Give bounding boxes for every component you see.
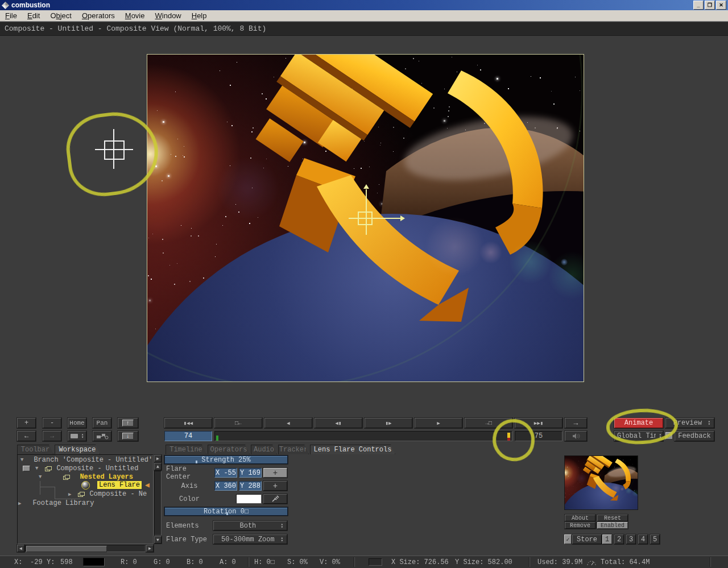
tree-scroll-up-button[interactable]: ▲ [154, 463, 162, 470]
step-forward-button[interactable]: ▮▶ [365, 418, 412, 428]
layer-visibility-icon[interactable] [23, 466, 30, 471]
expand-triangle-icon[interactable]: ▼ [39, 474, 42, 480]
reverse-to-start-button[interactable]: □← [214, 418, 262, 428]
tree-row[interactable]: ▼ Nested Layers [39, 473, 133, 481]
store-slot-4[interactable]: 4 [638, 534, 648, 544]
store-button[interactable]: Store [572, 534, 602, 544]
axis-pick-button[interactable]: + [263, 481, 287, 491]
tab-workspace[interactable]: Workspace [55, 445, 100, 454]
dropdown-arrows-icon: ▴▾ [708, 420, 710, 426]
axis-y-field[interactable]: Y 288 [239, 481, 262, 491]
flare-center-x-field[interactable]: X -55 [214, 468, 237, 478]
elements-dropdown[interactable]: Both ▴▾ [213, 521, 287, 530]
collapsed-triangle-icon[interactable]: ▶ [68, 491, 71, 497]
tree-scroll-left-button[interactable]: ◀ [17, 545, 24, 552]
tree-row-label: Footage Library [32, 499, 94, 507]
remove-button[interactable]: Remove [565, 522, 595, 529]
store-slot-5[interactable]: 5 [650, 534, 660, 544]
go-to-start-button[interactable]: ▮◀◀ [164, 418, 212, 428]
down-arrow-icon: ↓ [122, 433, 134, 440]
menu-help[interactable]: Help [187, 11, 212, 20]
tree-row[interactable]: ▶ Footage Library [18, 499, 94, 507]
schematic-view-button[interactable] [93, 431, 111, 441]
menu-object[interactable]: Object [45, 11, 77, 20]
dropdown-arrows-icon: ▴▾ [281, 537, 283, 542]
memory-used-value: Used: 39.9M [537, 558, 582, 566]
lens-flare-glow [564, 457, 581, 488]
flare-center-pick-button[interactable]: + [263, 468, 287, 478]
strength-slider[interactable]: Strength 25% [164, 455, 288, 464]
rotation-slider[interactable]: Rotation 0□ [164, 507, 288, 516]
tree-row[interactable]: ▶ Composite - Ne [68, 490, 147, 498]
tab-toolbar[interactable]: Toolbar [17, 445, 53, 454]
strength-label: Strength 25% [201, 456, 250, 464]
flare-ghost-pink [479, 241, 502, 264]
play-forward-button[interactable]: ▶ [415, 418, 462, 428]
close-button[interactable]: ✕ [716, 1, 726, 10]
eyedropper-icon [271, 495, 279, 503]
eyedropper-button[interactable] [263, 494, 287, 504]
store-slot-1[interactable]: 1 [602, 534, 612, 544]
menu-movie[interactable]: Movie [120, 11, 150, 20]
scrollbar-thumb[interactable] [26, 546, 107, 552]
play-mode-button[interactable]: → [565, 418, 587, 428]
enabled-toggle[interactable]: Enabled [597, 522, 628, 529]
combustion-window: combustion _ ❐ ✕ File Edit Object Operat… [0, 0, 728, 568]
red-value: R: 0 [121, 558, 137, 566]
store-checkbox[interactable]: ✓ [564, 534, 572, 544]
expand-triangle-icon[interactable]: ▼ [20, 457, 23, 463]
store-slot-3[interactable]: 3 [626, 534, 636, 544]
axis-x-field[interactable]: X 360 [214, 481, 237, 491]
spinner-arrows-icon: ▴▾ [81, 433, 84, 439]
audio-mute-button[interactable] [565, 431, 587, 441]
flare-ghost-green-1 [510, 241, 552, 283]
tree-vertical-scrollbar[interactable] [154, 471, 162, 536]
layout-select-button[interactable]: ▴▾ [68, 431, 86, 441]
tree-scroll-right-top-button[interactable]: ▶ [154, 455, 162, 462]
pan-button[interactable]: Pan [93, 418, 111, 428]
tab-timeline[interactable]: Timeline [166, 445, 206, 454]
menu-window[interactable]: Window [150, 11, 187, 20]
tree-row-selected[interactable]: Lens Flare ◀ [81, 481, 150, 489]
tab-tracker[interactable]: Tracker [278, 445, 309, 454]
expand-triangle-icon[interactable]: ▼ [35, 466, 38, 471]
tree-scroll-right-button[interactable]: ▶ [146, 545, 154, 552]
zoom-in-button[interactable]: + [17, 418, 36, 428]
tab-lens-flare-controls[interactable]: Lens Flare Controls [310, 445, 395, 454]
flare-type-dropdown[interactable]: 50-300mm Zoom ▴▾ [213, 534, 287, 544]
panel-down-button[interactable]: ↓ [118, 431, 138, 441]
history-forward-button[interactable]: → [43, 431, 61, 441]
saturation-value: S: 0% [287, 558, 308, 566]
hue-value: H: 0□ [254, 558, 275, 566]
reset-button[interactable]: Reset [597, 515, 628, 521]
step-back-button[interactable]: ◀▮ [315, 418, 362, 428]
feedback-button[interactable]: Feedback [675, 431, 714, 441]
title-bar[interactable]: combustion _ ❐ ✕ [0, 0, 728, 10]
collapsed-triangle-icon[interactable]: ▶ [18, 500, 21, 507]
tree-row[interactable]: ▼ Composite - Untitled [23, 465, 138, 472]
zoom-out-button[interactable]: - [43, 418, 61, 428]
timeline-scrubber[interactable] [214, 431, 512, 441]
current-operator-arrow-icon: ◀ [145, 480, 150, 490]
play-reverse-button[interactable]: ◀ [264, 418, 312, 428]
menu-edit[interactable]: Edit [22, 11, 45, 20]
home-button[interactable]: Home [68, 418, 86, 428]
store-slot-2[interactable]: 2 [614, 534, 624, 544]
restore-button[interactable]: ❐ [705, 1, 715, 10]
tree-row[interactable]: ▼ Branch 'Composite - Untitled' [20, 456, 152, 464]
current-frame-field[interactable]: 74 [164, 431, 212, 441]
tab-audio[interactable]: Audio [251, 445, 277, 454]
composite-viewport[interactable] [147, 54, 584, 382]
tree-scroll-down-button[interactable]: ▼ [154, 536, 162, 544]
flare-center-y-field[interactable]: Y 169 [239, 468, 262, 478]
panel-up-button[interactable]: ↑ [118, 418, 138, 428]
color-swatch[interactable] [236, 494, 262, 504]
about-button[interactable]: About [565, 515, 595, 521]
tree-horizontal-scrollbar[interactable] [25, 545, 146, 552]
history-back-button[interactable]: ← [17, 431, 36, 441]
tab-operators[interactable]: Operators [208, 445, 250, 454]
minimize-button[interactable]: _ [693, 1, 704, 10]
menu-operators[interactable]: Operators [77, 11, 120, 20]
timeline-start-marker [216, 436, 218, 441]
menu-file[interactable]: File [0, 11, 22, 20]
